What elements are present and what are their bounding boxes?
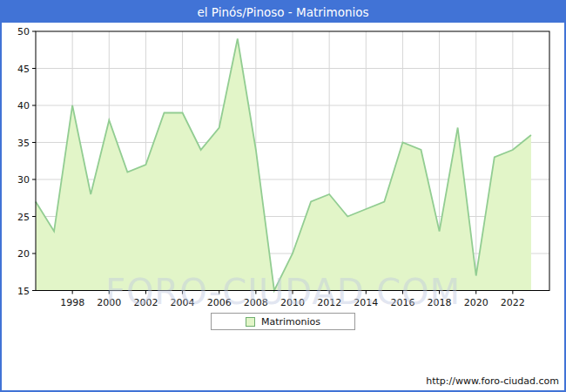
area-series (36, 39, 531, 291)
y-axis-tick-label: 30 (17, 174, 30, 186)
x-axis-tick-label: 2008 (244, 297, 268, 308)
x-axis-tick-label: 2004 (171, 297, 195, 308)
x-axis-tick-label: 2012 (317, 297, 341, 308)
y-axis-tick-label: 20 (17, 248, 30, 260)
y-axis-tick-label: 25 (17, 212, 30, 223)
legend-swatch-icon (246, 317, 255, 327)
x-axis-tick-label: 2016 (390, 297, 414, 308)
chart-window: el Pinós/Pinoso - Matrimonios 1520253035… (0, 0, 566, 392)
x-axis-tick-label: 2018 (428, 297, 452, 308)
legend: Matrimonios (211, 313, 355, 330)
x-axis-tick-label: 2010 (280, 297, 305, 308)
y-axis-tick-label: 50 (17, 26, 30, 37)
x-axis-tick-label: 2022 (501, 297, 525, 308)
footer-url: http://www.foro-ciudad.com (426, 375, 559, 387)
chart-title: el Pinós/Pinoso - Matrimonios (2, 2, 564, 23)
x-axis-tick-label: 2020 (464, 297, 489, 308)
x-axis-tick-label: 2002 (133, 297, 158, 308)
legend-label: Matrimonios (261, 316, 320, 328)
y-axis-tick-label: 45 (17, 64, 30, 75)
x-axis-tick-label: 1998 (60, 297, 84, 308)
x-axis-tick-label: 2000 (97, 297, 121, 308)
x-axis-tick-label: 2006 (207, 297, 232, 308)
y-axis-tick-label: 40 (17, 100, 30, 112)
y-axis-tick-label: 35 (17, 138, 30, 149)
x-axis-tick-label: 2014 (354, 297, 378, 308)
y-axis-tick-label: 15 (17, 286, 30, 297)
